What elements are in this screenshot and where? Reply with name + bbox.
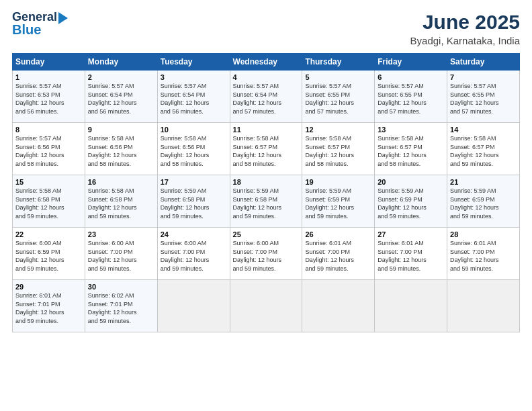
- day-info: Sunrise: 5:58 AM Sunset: 6:58 PM Dayligh…: [88, 187, 154, 220]
- day-number: 19: [305, 178, 371, 186]
- header: General Blue June 2025 Byadgi, Karnataka…: [12, 11, 520, 46]
- day-number: 8: [15, 126, 82, 134]
- weekday-header: Tuesday: [157, 54, 230, 71]
- calendar-cell: 19Sunrise: 5:59 AM Sunset: 6:59 PM Dayli…: [302, 175, 375, 228]
- weekday-header: Friday: [375, 54, 447, 71]
- weekday-header: Wednesday: [230, 54, 302, 71]
- calendar-cell: 7Sunrise: 5:57 AM Sunset: 6:55 PM Daylig…: [447, 71, 520, 123]
- day-number: 3: [161, 73, 227, 81]
- calendar-cell: 5Sunrise: 5:57 AM Sunset: 6:55 PM Daylig…: [302, 71, 375, 123]
- day-info: Sunrise: 5:59 AM Sunset: 6:59 PM Dayligh…: [305, 187, 371, 220]
- calendar-cell: 2Sunrise: 5:57 AM Sunset: 6:54 PM Daylig…: [85, 71, 157, 123]
- calendar-cell: [302, 280, 375, 332]
- day-number: 9: [88, 126, 154, 134]
- day-number: 14: [450, 126, 517, 134]
- day-info: Sunrise: 5:59 AM Sunset: 6:59 PM Dayligh…: [378, 187, 444, 220]
- calendar-cell: 16Sunrise: 5:58 AM Sunset: 6:58 PM Dayli…: [85, 175, 157, 228]
- logo-arrow-icon: [58, 12, 68, 24]
- day-info: Sunrise: 5:57 AM Sunset: 6:55 PM Dayligh…: [305, 82, 371, 116]
- calendar-cell: 12Sunrise: 5:58 AM Sunset: 6:57 PM Dayli…: [302, 123, 375, 175]
- day-number: 30: [88, 283, 154, 291]
- day-info: Sunrise: 5:59 AM Sunset: 6:59 PM Dayligh…: [450, 187, 517, 220]
- calendar-cell: 6Sunrise: 5:57 AM Sunset: 6:55 PM Daylig…: [375, 71, 447, 123]
- day-number: 11: [233, 126, 300, 134]
- calendar-cell: 27Sunrise: 6:01 AM Sunset: 7:00 PM Dayli…: [375, 228, 447, 280]
- calendar-cell: 25Sunrise: 6:00 AM Sunset: 7:00 PM Dayli…: [230, 228, 302, 280]
- day-info: Sunrise: 6:01 AM Sunset: 7:00 PM Dayligh…: [378, 239, 444, 273]
- calendar-title: June 2025: [410, 11, 520, 34]
- title-block: June 2025 Byadgi, Karnataka, India: [410, 11, 520, 46]
- day-info: Sunrise: 6:00 AM Sunset: 7:00 PM Dayligh…: [88, 239, 154, 273]
- day-number: 5: [305, 73, 371, 81]
- day-info: Sunrise: 5:57 AM Sunset: 6:56 PM Dayligh…: [15, 134, 82, 168]
- calendar-cell: 4Sunrise: 5:57 AM Sunset: 6:54 PM Daylig…: [230, 71, 302, 123]
- calendar-cell: 20Sunrise: 5:59 AM Sunset: 6:59 PM Dayli…: [375, 175, 447, 228]
- day-info: Sunrise: 5:58 AM Sunset: 6:56 PM Dayligh…: [88, 134, 154, 168]
- weekday-header: Monday: [85, 54, 157, 71]
- day-number: 4: [233, 73, 300, 81]
- day-info: Sunrise: 5:58 AM Sunset: 6:56 PM Dayligh…: [161, 134, 227, 168]
- page: General Blue June 2025 Byadgi, Karnataka…: [0, 0, 532, 411]
- weekday-header: Sunday: [13, 54, 85, 71]
- day-info: Sunrise: 6:00 AM Sunset: 6:59 PM Dayligh…: [15, 239, 82, 273]
- day-info: Sunrise: 6:01 AM Sunset: 7:00 PM Dayligh…: [450, 239, 517, 273]
- calendar-cell: 30Sunrise: 6:02 AM Sunset: 7:01 PM Dayli…: [85, 280, 157, 332]
- day-number: 26: [305, 230, 371, 238]
- calendar-subtitle: Byadgi, Karnataka, India: [410, 35, 520, 46]
- calendar-cell: 18Sunrise: 5:59 AM Sunset: 6:58 PM Dayli…: [230, 175, 302, 228]
- calendar-cell: 15Sunrise: 5:58 AM Sunset: 6:58 PM Dayli…: [13, 175, 85, 228]
- day-number: 24: [161, 230, 227, 238]
- day-info: Sunrise: 5:59 AM Sunset: 6:58 PM Dayligh…: [161, 187, 227, 220]
- day-number: 2: [88, 73, 154, 81]
- day-info: Sunrise: 6:02 AM Sunset: 7:01 PM Dayligh…: [88, 291, 154, 325]
- calendar-cell: 29Sunrise: 6:01 AM Sunset: 7:01 PM Dayli…: [13, 280, 85, 332]
- day-number: 10: [161, 126, 227, 134]
- day-number: 15: [15, 178, 82, 186]
- weekday-header: Saturday: [447, 54, 520, 71]
- calendar-cell: 11Sunrise: 5:58 AM Sunset: 6:57 PM Dayli…: [230, 123, 302, 175]
- day-info: Sunrise: 5:57 AM Sunset: 6:55 PM Dayligh…: [450, 82, 517, 116]
- day-number: 7: [450, 73, 517, 81]
- day-info: Sunrise: 5:57 AM Sunset: 6:55 PM Dayligh…: [378, 82, 444, 116]
- day-info: Sunrise: 5:57 AM Sunset: 6:54 PM Dayligh…: [161, 82, 227, 116]
- day-info: Sunrise: 5:57 AM Sunset: 6:54 PM Dayligh…: [233, 82, 300, 116]
- logo: General Blue: [12, 11, 68, 37]
- day-number: 1: [15, 73, 82, 81]
- calendar-cell: 21Sunrise: 5:59 AM Sunset: 6:59 PM Dayli…: [447, 175, 520, 228]
- calendar-cell: 17Sunrise: 5:59 AM Sunset: 6:58 PM Dayli…: [157, 175, 230, 228]
- day-info: Sunrise: 6:00 AM Sunset: 7:00 PM Dayligh…: [233, 239, 300, 273]
- calendar-cell: 28Sunrise: 6:01 AM Sunset: 7:00 PM Dayli…: [447, 228, 520, 280]
- day-number: 28: [450, 230, 517, 238]
- calendar-cell: 1Sunrise: 5:57 AM Sunset: 6:53 PM Daylig…: [13, 71, 85, 123]
- day-number: 12: [305, 126, 371, 134]
- day-number: 23: [88, 230, 154, 238]
- day-info: Sunrise: 5:58 AM Sunset: 6:57 PM Dayligh…: [233, 134, 300, 168]
- day-number: 27: [378, 230, 444, 238]
- day-info: Sunrise: 5:58 AM Sunset: 6:57 PM Dayligh…: [378, 134, 444, 168]
- day-number: 20: [378, 178, 444, 186]
- calendar-cell: 14Sunrise: 5:58 AM Sunset: 6:57 PM Dayli…: [447, 123, 520, 175]
- calendar-cell: [375, 280, 447, 332]
- day-number: 6: [378, 73, 444, 81]
- calendar-cell: 8Sunrise: 5:57 AM Sunset: 6:56 PM Daylig…: [13, 123, 85, 175]
- calendar-cell: 9Sunrise: 5:58 AM Sunset: 6:56 PM Daylig…: [85, 123, 157, 175]
- calendar-cell: 10Sunrise: 5:58 AM Sunset: 6:56 PM Dayli…: [157, 123, 230, 175]
- day-info: Sunrise: 5:59 AM Sunset: 6:58 PM Dayligh…: [233, 187, 300, 220]
- day-info: Sunrise: 5:57 AM Sunset: 6:54 PM Dayligh…: [88, 82, 154, 116]
- day-number: 22: [15, 230, 82, 238]
- calendar-cell: [447, 280, 520, 332]
- day-info: Sunrise: 6:01 AM Sunset: 7:01 PM Dayligh…: [15, 291, 82, 325]
- calendar-cell: 24Sunrise: 6:00 AM Sunset: 7:00 PM Dayli…: [157, 228, 230, 280]
- day-info: Sunrise: 5:58 AM Sunset: 6:57 PM Dayligh…: [305, 134, 371, 168]
- calendar-cell: 3Sunrise: 5:57 AM Sunset: 6:54 PM Daylig…: [157, 71, 230, 123]
- day-number: 21: [450, 178, 517, 186]
- calendar-cell: 22Sunrise: 6:00 AM Sunset: 6:59 PM Dayli…: [13, 228, 85, 280]
- day-number: 29: [15, 283, 82, 291]
- day-info: Sunrise: 5:58 AM Sunset: 6:58 PM Dayligh…: [15, 187, 82, 220]
- calendar-cell: [230, 280, 302, 332]
- day-number: 18: [233, 178, 300, 186]
- day-info: Sunrise: 5:58 AM Sunset: 6:57 PM Dayligh…: [450, 134, 517, 168]
- day-number: 13: [378, 126, 444, 134]
- calendar-cell: 13Sunrise: 5:58 AM Sunset: 6:57 PM Dayli…: [375, 123, 447, 175]
- day-number: 17: [161, 178, 227, 186]
